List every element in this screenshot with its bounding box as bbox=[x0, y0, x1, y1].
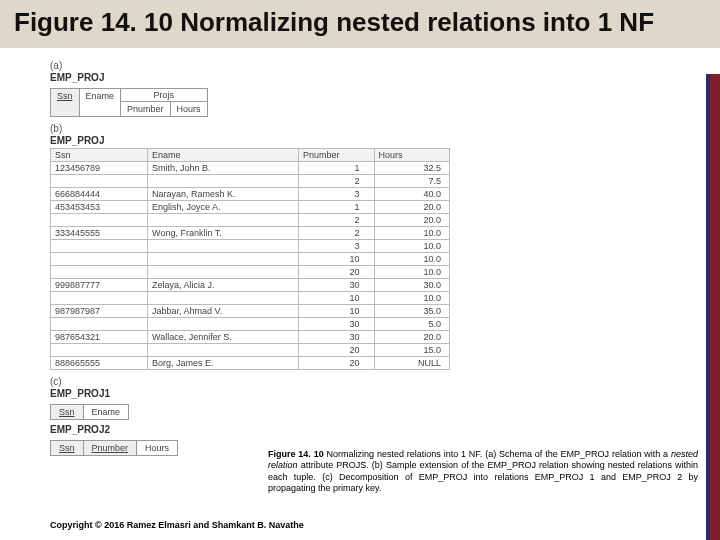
table-cell: 20.0 bbox=[374, 200, 450, 213]
table-row: 987987987Jabbar, Ahmad V.1035.0 bbox=[51, 304, 450, 317]
ep2-ssn: Ssn bbox=[51, 441, 84, 455]
table-cell: 1 bbox=[299, 161, 374, 174]
table-row: 666884444Narayan, Ramesh K.340.0 bbox=[51, 187, 450, 200]
table-head-row: Ssn Ename Pnumber Hours bbox=[51, 148, 450, 161]
table-cell bbox=[51, 265, 148, 278]
col-hours: Hours bbox=[171, 102, 207, 116]
table-cell: 999887777 bbox=[51, 278, 148, 291]
table-cell: 5.0 bbox=[374, 317, 450, 330]
table-cell: 10.0 bbox=[374, 226, 450, 239]
table-cell: 10.0 bbox=[374, 265, 450, 278]
table-cell: 30 bbox=[299, 317, 374, 330]
part-b-label: (b) bbox=[50, 123, 704, 134]
table-cell: 30.0 bbox=[374, 278, 450, 291]
table-row: 2015.0 bbox=[51, 343, 450, 356]
table-cell: 20 bbox=[299, 343, 374, 356]
table-cell: 453453453 bbox=[51, 200, 148, 213]
table-cell: 123456789 bbox=[51, 161, 148, 174]
table-cell bbox=[148, 317, 299, 330]
th-ssn: Ssn bbox=[51, 148, 148, 161]
table-cell: 20.0 bbox=[374, 213, 450, 226]
table-cell bbox=[51, 291, 148, 304]
th-hours: Hours bbox=[374, 148, 450, 161]
slide: Figure 14. 10 Normalizing nested relatio… bbox=[0, 0, 720, 540]
table-cell: 10.0 bbox=[374, 239, 450, 252]
copyright-text: Copyright © 2016 Ramez Elmasri and Shamk… bbox=[50, 520, 304, 530]
table-cell: Borg, James E. bbox=[148, 356, 299, 369]
table-cell: 3 bbox=[299, 187, 374, 200]
table-cell bbox=[51, 252, 148, 265]
part-c-rel2-name: EMP_PROJ2 bbox=[50, 424, 704, 435]
schema-emp-proj2: SsnPnumberHours bbox=[50, 440, 178, 456]
emp-proj-table: Ssn Ename Pnumber Hours 123456789Smith, … bbox=[50, 148, 450, 370]
table-cell bbox=[148, 252, 299, 265]
table-row: 1010.0 bbox=[51, 291, 450, 304]
table-cell: English, Joyce A. bbox=[148, 200, 299, 213]
table-row: 888665555Borg, James E.20NULL bbox=[51, 356, 450, 369]
table-row: 453453453English, Joyce A.120.0 bbox=[51, 200, 450, 213]
table-cell: 666884444 bbox=[51, 187, 148, 200]
table-cell: 15.0 bbox=[374, 343, 450, 356]
table-cell: 7.5 bbox=[374, 174, 450, 187]
part-b-relname: EMP_PROJ bbox=[50, 135, 704, 146]
table-cell: 30 bbox=[299, 330, 374, 343]
table-cell: 2 bbox=[299, 174, 374, 187]
part-a-relname: EMP_PROJ bbox=[50, 72, 704, 83]
th-pnumber: Pnumber bbox=[299, 148, 374, 161]
table-cell: Wong, Franklin T. bbox=[148, 226, 299, 239]
table-cell: Narayan, Ramesh K. bbox=[148, 187, 299, 200]
table-cell: 10.0 bbox=[374, 291, 450, 304]
table-cell: 2 bbox=[299, 213, 374, 226]
caption-lead: Figure 14. 10 bbox=[268, 449, 324, 459]
table-cell: 1 bbox=[299, 200, 374, 213]
table-cell: 40.0 bbox=[374, 187, 450, 200]
table-cell: 20 bbox=[299, 356, 374, 369]
table-cell bbox=[148, 174, 299, 187]
table-row: 305.0 bbox=[51, 317, 450, 330]
schema-emp-proj1: SsnEname bbox=[50, 404, 129, 420]
table-cell: NULL bbox=[374, 356, 450, 369]
part-a-label: (a) bbox=[50, 60, 704, 71]
table-cell: Wallace, Jennifer S. bbox=[148, 330, 299, 343]
table-cell bbox=[51, 317, 148, 330]
table-row: 1010.0 bbox=[51, 252, 450, 265]
table-cell: 10 bbox=[299, 252, 374, 265]
table-cell: 333445555 bbox=[51, 226, 148, 239]
table-cell: 10.0 bbox=[374, 252, 450, 265]
table-row: 987654321Wallace, Jennifer S.3020.0 bbox=[51, 330, 450, 343]
title-bar: Figure 14. 10 Normalizing nested relatio… bbox=[0, 0, 720, 48]
part-c-rel1-name: EMP_PROJ1 bbox=[50, 388, 704, 399]
table-cell bbox=[148, 343, 299, 356]
ep2-pnumber: Pnumber bbox=[84, 441, 138, 455]
table-cell: 888665555 bbox=[51, 356, 148, 369]
table-cell: 987654321 bbox=[51, 330, 148, 343]
table-row: 999887777Zelaya, Alicia J.3030.0 bbox=[51, 278, 450, 291]
table-cell: 3 bbox=[299, 239, 374, 252]
table-cell: 10 bbox=[299, 304, 374, 317]
table-cell: 987987987 bbox=[51, 304, 148, 317]
table-cell: 10 bbox=[299, 291, 374, 304]
table-cell bbox=[148, 239, 299, 252]
th-ename: Ename bbox=[148, 148, 299, 161]
figure-caption: Figure 14. 10 Normalizing nested relatio… bbox=[268, 449, 698, 494]
table-row: 27.5 bbox=[51, 174, 450, 187]
col-projs-group: Projs Pnumber Hours bbox=[121, 89, 207, 116]
table-cell: Smith, John B. bbox=[148, 161, 299, 174]
table-cell: 35.0 bbox=[374, 304, 450, 317]
part-c-label: (c) bbox=[50, 376, 704, 387]
caption-body: Normalizing nested relations into 1 NF. … bbox=[324, 449, 671, 459]
table-cell: 2 bbox=[299, 226, 374, 239]
table-row: 2010.0 bbox=[51, 265, 450, 278]
table-row: 220.0 bbox=[51, 213, 450, 226]
col-projs: Projs bbox=[121, 89, 207, 102]
table-cell: 20.0 bbox=[374, 330, 450, 343]
col-pnumber: Pnumber bbox=[121, 102, 171, 116]
table-cell bbox=[51, 213, 148, 226]
col-ename: Ename bbox=[80, 89, 122, 116]
col-ssn: Ssn bbox=[51, 89, 80, 116]
table-cell bbox=[51, 174, 148, 187]
content-area: (a) EMP_PROJ Ssn Ename Projs Pnumber Hou… bbox=[0, 48, 720, 460]
table-cell: Zelaya, Alicia J. bbox=[148, 278, 299, 291]
ep1-ssn: Ssn bbox=[51, 405, 84, 419]
table-row: 123456789Smith, John B.132.5 bbox=[51, 161, 450, 174]
